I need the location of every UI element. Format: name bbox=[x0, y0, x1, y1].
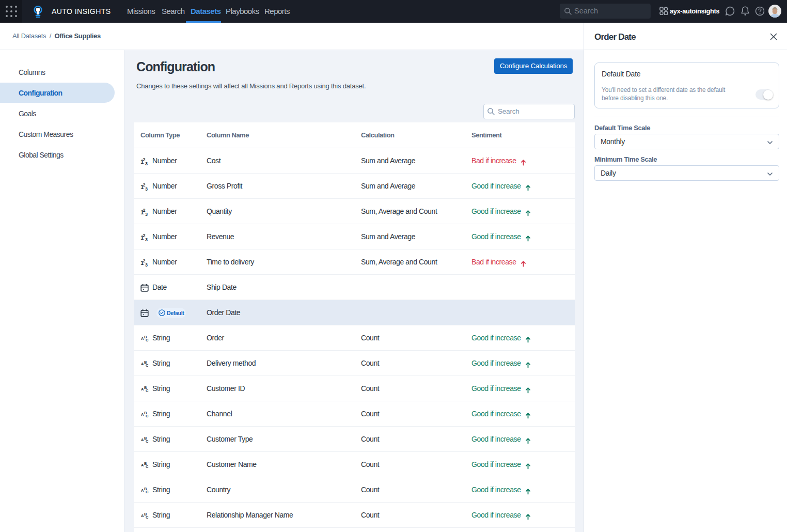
svg-text:3: 3 bbox=[145, 161, 148, 165]
svg-text:C: C bbox=[146, 388, 149, 393]
svg-text:C: C bbox=[146, 414, 149, 418]
svg-text:C: C bbox=[146, 464, 149, 469]
svg-text:C: C bbox=[146, 515, 149, 520]
svg-text:3: 3 bbox=[145, 186, 148, 191]
svg-text:3: 3 bbox=[145, 211, 148, 216]
svg-text:3: 3 bbox=[145, 262, 148, 267]
svg-text:C: C bbox=[146, 363, 149, 368]
svg-text:C: C bbox=[146, 439, 149, 444]
svg-text:C: C bbox=[146, 338, 149, 342]
svg-text:C: C bbox=[146, 490, 149, 494]
svg-text:3: 3 bbox=[145, 237, 148, 241]
